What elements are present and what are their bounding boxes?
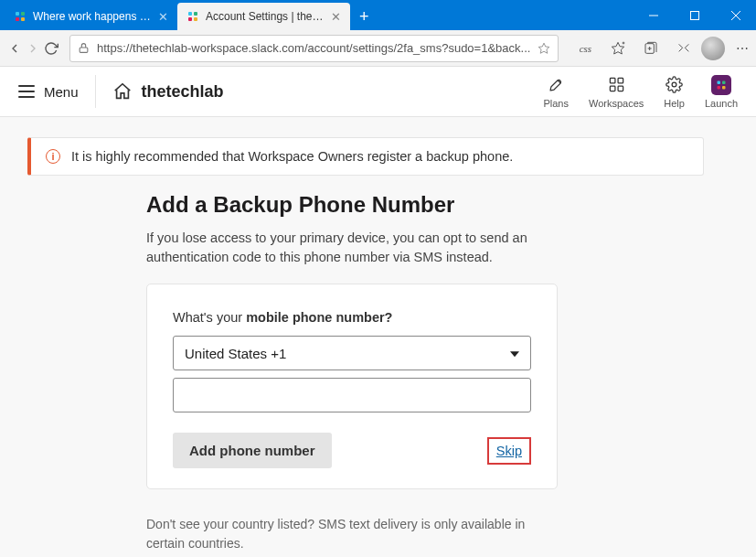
- more-menu-icon[interactable]: ⋯: [727, 41, 756, 56]
- favorites-icon[interactable]: [602, 34, 634, 63]
- menu-button[interactable]: Menu: [18, 84, 79, 100]
- svg-rect-21: [618, 78, 623, 83]
- svg-marker-13: [539, 43, 550, 53]
- svg-rect-26: [722, 80, 726, 84]
- form-area: Add a Backup Phone Number If you lose ac…: [146, 192, 558, 557]
- card-actions: Add phone number Skip: [173, 433, 531, 468]
- window-controls: [633, 0, 756, 30]
- browser-titlebar: Where work happens | Slack ✕ Account Set…: [0, 0, 756, 30]
- banner-text: It is highly recommended that Workspace …: [71, 149, 513, 164]
- country-select[interactable]: United States +1: [173, 336, 531, 370]
- nav-workspaces[interactable]: Workspaces: [589, 75, 644, 109]
- divider: [95, 75, 96, 108]
- footnote: Don't see your country listed? SMS text …: [146, 515, 558, 557]
- browser-tab-inactive[interactable]: Where work happens | Slack ✕: [5, 3, 177, 30]
- gear-icon: [665, 75, 683, 95]
- close-icon[interactable]: ✕: [331, 10, 341, 24]
- header-right-nav: Plans Workspaces Help Launch: [543, 75, 738, 109]
- tab-title: Account Settings | thetechlab Sl...: [206, 10, 325, 23]
- profile-avatar[interactable]: [701, 37, 725, 60]
- info-icon: i: [46, 149, 60, 164]
- tab-title: Where work happens | Slack: [33, 10, 152, 23]
- add-phone-button[interactable]: Add phone number: [173, 433, 332, 468]
- svg-rect-6: [188, 17, 192, 21]
- svg-rect-3: [21, 17, 25, 21]
- nav-label: Plans: [543, 98, 569, 109]
- phone-number-input[interactable]: [173, 378, 531, 412]
- back-button[interactable]: [7, 34, 22, 63]
- svg-rect-22: [610, 86, 615, 91]
- browser-tab-active[interactable]: Account Settings | thetechlab Sl... ✕: [177, 3, 350, 30]
- svg-rect-0: [16, 12, 19, 16]
- css-extension-icon[interactable]: css: [570, 34, 601, 63]
- maximize-button[interactable]: [674, 0, 715, 30]
- home-icon[interactable]: [112, 81, 133, 102]
- forward-button[interactable]: [26, 34, 40, 63]
- url-text: https://thetechlab-workspace.slack.com/a…: [97, 41, 530, 55]
- address-bar[interactable]: https://thetechlab-workspace.slack.com/a…: [69, 35, 559, 62]
- slack-app-icon: [711, 75, 731, 95]
- svg-rect-25: [717, 80, 720, 84]
- collections-icon[interactable]: [635, 34, 666, 63]
- svg-rect-12: [80, 48, 88, 52]
- new-tab-button[interactable]: +: [350, 3, 378, 30]
- slack-header: Menu thetechlab Plans Workspaces Help: [0, 67, 756, 117]
- country-selected-value: United States +1: [185, 346, 286, 361]
- toolbar-actions: css ⋯: [570, 34, 756, 63]
- svg-rect-1: [21, 12, 25, 16]
- slack-favicon: [186, 10, 199, 23]
- svg-rect-20: [610, 78, 615, 83]
- svg-point-24: [672, 82, 676, 87]
- page-content: i It is highly recommended that Workspac…: [0, 117, 756, 557]
- grid-icon: [608, 75, 625, 95]
- phone-field-label: What's your mobile phone number?: [173, 310, 531, 325]
- label-prefix: What's your: [173, 310, 246, 325]
- refresh-button[interactable]: [44, 34, 59, 63]
- nav-label: Launch: [705, 98, 738, 109]
- nav-label: Help: [664, 98, 685, 109]
- rocket-icon: [548, 75, 565, 95]
- nav-launch[interactable]: Launch: [705, 75, 738, 109]
- phone-form-card: What's your mobile phone number? United …: [146, 284, 558, 489]
- extension-icon[interactable]: [668, 34, 699, 63]
- svg-marker-14: [612, 42, 624, 54]
- label-bold: mobile phone number?: [246, 310, 392, 325]
- slack-favicon: [14, 10, 27, 23]
- svg-rect-2: [16, 17, 19, 21]
- hamburger-icon: [18, 85, 35, 98]
- page-title: Add a Backup Phone Number: [146, 192, 558, 218]
- svg-rect-4: [188, 12, 192, 16]
- workspace-name: thetechlab: [142, 82, 224, 102]
- nav-plans[interactable]: Plans: [543, 75, 569, 109]
- svg-rect-28: [722, 86, 726, 90]
- minimize-button[interactable]: [633, 0, 674, 30]
- svg-rect-9: [690, 11, 698, 19]
- nav-label: Workspaces: [589, 98, 644, 109]
- footnote-line1: Don't see your country listed? SMS text …: [146, 515, 558, 553]
- browser-toolbar: https://thetechlab-workspace.slack.com/a…: [0, 30, 756, 67]
- lock-icon: [78, 42, 90, 54]
- svg-rect-5: [194, 12, 197, 16]
- menu-label: Menu: [44, 84, 79, 100]
- nav-help[interactable]: Help: [664, 75, 685, 109]
- favorite-icon[interactable]: [538, 42, 550, 55]
- svg-rect-7: [194, 17, 197, 21]
- browser-tabs: Where work happens | Slack ✕ Account Set…: [0, 0, 633, 30]
- skip-link[interactable]: Skip: [487, 437, 531, 465]
- svg-rect-27: [717, 86, 720, 90]
- footnote-line2: You can open a request, if you'd like - …: [146, 553, 558, 557]
- close-window-button[interactable]: [715, 0, 756, 30]
- info-banner: i It is highly recommended that Workspac…: [27, 137, 704, 176]
- svg-rect-23: [618, 86, 623, 91]
- page-description: If you lose access to your primary devic…: [146, 229, 558, 267]
- close-icon[interactable]: ✕: [158, 10, 168, 24]
